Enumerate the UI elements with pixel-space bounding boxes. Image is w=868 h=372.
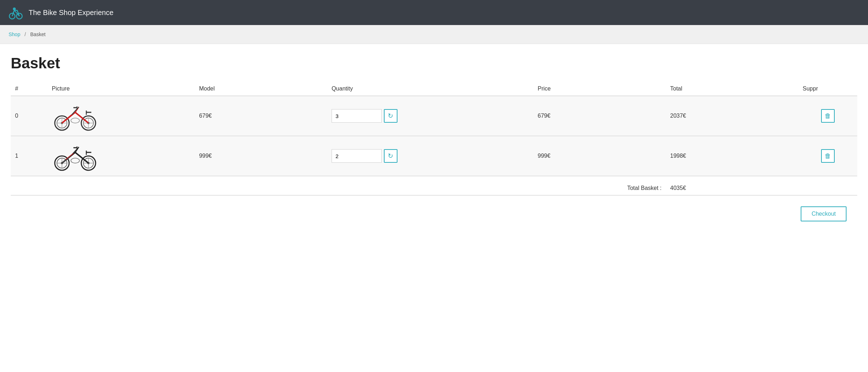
row-delete-cell-0: 🗑 bbox=[799, 96, 857, 136]
row-model-1: 999€ bbox=[195, 136, 327, 176]
svg-point-24 bbox=[71, 118, 79, 123]
row-picture-1 bbox=[48, 136, 195, 176]
row-quantity-cell-0: ↻ bbox=[327, 96, 534, 136]
row-total-0: 2037€ bbox=[666, 96, 799, 136]
row-model-0: 679€ bbox=[195, 96, 327, 136]
row-price-1: 999€ bbox=[534, 136, 666, 176]
col-header-quantity: Quantity bbox=[327, 82, 534, 96]
page-title: Basket bbox=[11, 55, 857, 72]
trash-icon-0: 🗑 bbox=[825, 112, 831, 120]
row-index-1: 1 bbox=[11, 136, 48, 176]
refresh-icon-0: ↻ bbox=[388, 112, 393, 120]
basket-table: # Picture Model Quantity Price Total Sup… bbox=[11, 82, 857, 196]
table-row: 1 bbox=[11, 136, 857, 176]
bike-svg-0 bbox=[52, 100, 98, 132]
quantity-input-1[interactable] bbox=[332, 149, 382, 163]
checkout-row: Checkout bbox=[11, 206, 857, 221]
bike-svg-1 bbox=[52, 140, 98, 172]
logo-icon bbox=[7, 4, 24, 21]
breadcrumb-current: Basket bbox=[30, 31, 45, 37]
col-header-picture: Picture bbox=[48, 82, 195, 96]
row-picture-0 bbox=[48, 96, 195, 136]
main-content: Basket # Picture Model Quantity Price To… bbox=[0, 44, 868, 232]
breadcrumb-shop-link[interactable]: Shop bbox=[9, 31, 20, 37]
quantity-input-0[interactable] bbox=[332, 109, 382, 123]
row-index-0: 0 bbox=[11, 96, 48, 136]
quantity-wrapper-0: ↻ bbox=[332, 109, 529, 123]
bike-image-1 bbox=[52, 140, 98, 172]
header-title: The Bike Shop Experience bbox=[29, 9, 114, 17]
row-delete-cell-1: 🗑 bbox=[799, 136, 857, 176]
row-total-1: 1998€ bbox=[666, 136, 799, 176]
breadcrumb-bar: Shop / Basket bbox=[0, 25, 868, 44]
table-row: 0 bbox=[11, 96, 857, 136]
svg-point-45 bbox=[71, 158, 79, 163]
delete-button-0[interactable]: 🗑 bbox=[821, 109, 835, 123]
total-last-spacer bbox=[799, 176, 857, 195]
table-header-row: # Picture Model Quantity Price Total Sup… bbox=[11, 82, 857, 96]
total-basket-value: 4035€ bbox=[666, 176, 799, 195]
col-header-num: # bbox=[11, 82, 48, 96]
row-quantity-cell-1: ↻ bbox=[327, 136, 534, 176]
svg-point-3 bbox=[13, 8, 16, 10]
row-price-0: 679€ bbox=[534, 96, 666, 136]
logo-container: The Bike Shop Experience bbox=[7, 4, 114, 21]
checkout-button[interactable]: Checkout bbox=[801, 206, 847, 221]
trash-icon-1: 🗑 bbox=[825, 152, 831, 160]
breadcrumb: Shop / Basket bbox=[9, 31, 859, 37]
col-header-suppr: Suppr bbox=[799, 82, 857, 96]
quantity-wrapper-1: ↻ bbox=[332, 149, 529, 163]
col-header-model: Model bbox=[195, 82, 327, 96]
refresh-button-0[interactable]: ↻ bbox=[384, 109, 397, 123]
total-row: Total Basket : 4035€ bbox=[11, 176, 857, 195]
app-header: The Bike Shop Experience bbox=[0, 0, 868, 25]
refresh-icon-1: ↻ bbox=[388, 152, 393, 160]
refresh-button-1[interactable]: ↻ bbox=[384, 149, 397, 163]
col-header-price: Price bbox=[534, 82, 666, 96]
breadcrumb-separator: / bbox=[25, 31, 26, 37]
total-basket-label: Total Basket : bbox=[534, 176, 666, 195]
total-spacer bbox=[11, 176, 534, 195]
delete-button-1[interactable]: 🗑 bbox=[821, 149, 835, 163]
col-header-total: Total bbox=[666, 82, 799, 96]
bike-image-0 bbox=[52, 100, 98, 132]
